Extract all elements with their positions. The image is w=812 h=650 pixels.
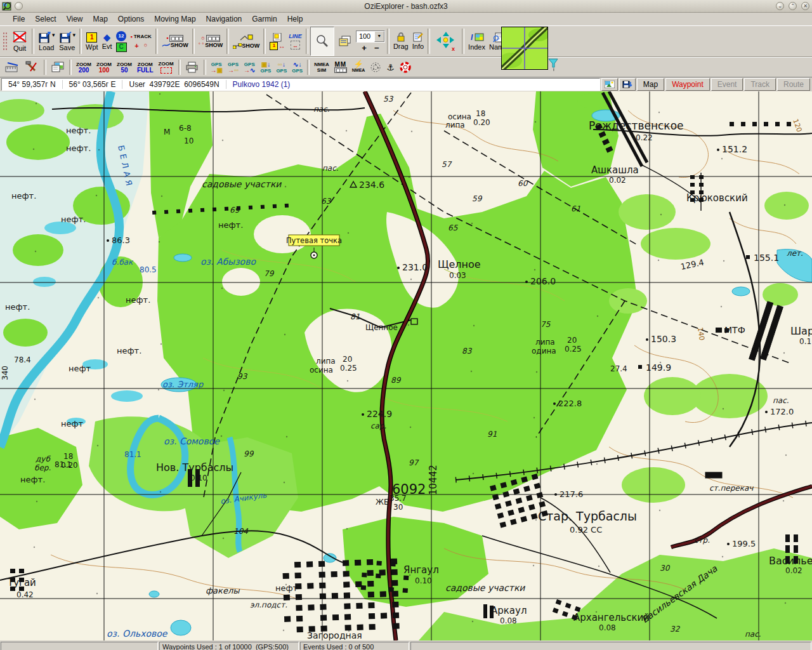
gps-send-waypoints-button-icon: ▣ [217, 67, 223, 74]
map-label: нефт. [20, 475, 45, 484]
save-position-button[interactable] [619, 78, 636, 91]
zoom-out-button[interactable]: − [374, 43, 379, 53]
nmea-monitor-button[interactable]: ⚡ NMEA [350, 59, 368, 76]
load-button[interactable]: ▾ Load [36, 27, 57, 55]
gps-get-routes-button-icon: ↓ [282, 61, 285, 68]
menu-item-garmin[interactable]: Garmin [247, 13, 282, 25]
save-button[interactable]: ▾ Save [57, 27, 78, 55]
map-label: Щепное [365, 323, 398, 332]
mob-button[interactable] [397, 59, 414, 76]
map-viewport[interactable]: пас.53осиналипа180.20Рождественское0.221… [0, 91, 812, 640]
close-button[interactable]: ✕ [801, 2, 809, 10]
map-label: 30 [660, 564, 671, 573]
index-button[interactable]: I Index [466, 27, 487, 55]
map-label: эл.подст. [250, 600, 287, 609]
zoom-label: ZOOM [159, 61, 174, 67]
shade-button[interactable]: ⌄ [776, 2, 784, 10]
map-label: 217.6 [560, 489, 583, 499]
tools-button[interactable] [23, 59, 42, 76]
topo-map[interactable]: пас.53осиналипа180.20Рождественское0.221… [0, 91, 812, 640]
print-button[interactable] [183, 59, 202, 76]
dropdown-arrow-icon[interactable]: ▾ [52, 32, 55, 38]
map-label: 199.5 [732, 539, 756, 548]
magnify-button[interactable] [310, 27, 334, 56]
show-waypoints-button[interactable]: ○ ° °SHOW [197, 27, 225, 55]
wpt-list-button[interactable]: 1↔ [268, 27, 287, 55]
toolbar-secondary: ZOOM200ZOOM100ZOOM50ZOOMFULLZOOM GPS→▣GP… [0, 57, 812, 77]
zoom-level-value[interactable]: 100 [357, 32, 374, 40]
nmea-simulate-button[interactable]: NMEASIM [311, 59, 332, 76]
line-style-button[interactable]: LINE ↔ [287, 27, 304, 55]
moving-map-button[interactable]: MM [332, 59, 350, 76]
comment-icon[interactable]: C [116, 43, 127, 52]
map-label: Шарип [790, 325, 812, 337]
show-routes-button[interactable]: SHOW [231, 27, 261, 55]
gps-send-track-button[interactable]: GPS→∿ [241, 59, 258, 76]
measure-button[interactable] [3, 59, 23, 76]
track-point-icon[interactable]: ○ [144, 42, 147, 50]
screenshot-button[interactable] [48, 59, 67, 76]
map-label: 60 [518, 179, 528, 188]
menu-item-navigation[interactable]: Navigation [201, 13, 247, 25]
drag-button[interactable]: Drag [391, 27, 410, 55]
satellite-status-button[interactable] [367, 59, 384, 76]
track-square-icon: ▪ [131, 34, 133, 40]
zoom-window-button[interactable]: ZOOM [156, 59, 176, 76]
event-create-button[interactable]: ◆ Evt [100, 27, 114, 55]
zoom-200-button[interactable]: ZOOM200 [74, 59, 94, 76]
menu-item-select[interactable]: Select [30, 13, 61, 25]
menu-item-moving-map[interactable]: Moving Map [149, 13, 200, 25]
map-label: нефт. [218, 220, 243, 230]
map-view-button[interactable] [334, 27, 356, 55]
map-label: 0.02 [785, 566, 802, 575]
zoom-full-button[interactable]: ZOOMFULL [134, 59, 156, 76]
maximize-button[interactable]: ⌃ [789, 2, 797, 10]
magnifier-preview[interactable] [501, 27, 548, 70]
gps-send-waypoints-button[interactable]: GPS→▣ [208, 59, 225, 76]
gps-get-track-button[interactable]: ∿↓GPS [289, 59, 305, 76]
anchor-icon: ⚓ [386, 65, 395, 70]
gps-send-routes-button[interactable]: GPS→▫▫ [225, 59, 241, 76]
toolbar-grip[interactable] [3, 32, 8, 51]
image-button[interactable] [601, 78, 618, 91]
tab-event[interactable]: Event [711, 78, 743, 91]
menu-item-view[interactable]: View [62, 13, 88, 25]
tab-route[interactable]: Route [777, 78, 810, 91]
map-label: 6-8 [179, 124, 192, 133]
map-label: Рождественское [589, 119, 684, 132]
menu-item-map[interactable]: Map [88, 13, 113, 25]
filter-funnel-button[interactable] [548, 58, 560, 71]
map-label: 10442 [428, 465, 439, 495]
info-button[interactable]: Info [410, 27, 426, 55]
zoom-50-button[interactable]: ZOOM50 [114, 59, 134, 76]
separator [32, 29, 34, 54]
zoom-dropdown-button[interactable]: ▾ [374, 31, 384, 42]
info-page-icon [412, 32, 423, 42]
track-controls[interactable]: ▪TRACK +○ [129, 27, 154, 55]
tab-map[interactable]: Map [637, 78, 664, 91]
map-label: 0.08 [500, 616, 517, 625]
waypoint-number-icon[interactable]: 12 [116, 31, 126, 41]
quit-button[interactable]: Quit [10, 27, 30, 55]
tab-waypoint[interactable]: Waypoint [665, 78, 710, 91]
waypoint-create-button[interactable]: 1 Wpt [84, 27, 100, 55]
show-track-button[interactable]: ▪ SHOW [160, 27, 190, 55]
menu-item-file[interactable]: File [8, 13, 30, 25]
gps-get-waypoints-button[interactable]: ▣↓GPS [258, 59, 273, 76]
anchor-alarm-button[interactable]: ⚓ [384, 59, 397, 76]
map-label: 32 [670, 625, 681, 633]
menu-item-options[interactable]: Options [113, 13, 149, 25]
separator [307, 60, 310, 75]
map-label: 206.0 [530, 276, 556, 286]
pan-pad[interactable]: x [432, 27, 460, 55]
zoom-100-button[interactable]: ZOOM100 [94, 59, 114, 76]
gps-get-routes-button[interactable]: ▫▫↓GPS [273, 59, 289, 76]
zoom-in-button[interactable]: + [362, 43, 367, 53]
dropdown-arrow-icon[interactable]: ▾ [73, 32, 76, 38]
track-add-icon[interactable]: + [134, 42, 138, 50]
wpt-number-comment-buttons[interactable]: 12 C [114, 27, 129, 55]
map-label: 65 [448, 223, 459, 232]
tab-track[interactable]: Track [744, 78, 776, 91]
mode-tabs: MapWaypointEventTrackRoute [601, 78, 812, 91]
menu-item-help[interactable]: Help [282, 13, 308, 25]
